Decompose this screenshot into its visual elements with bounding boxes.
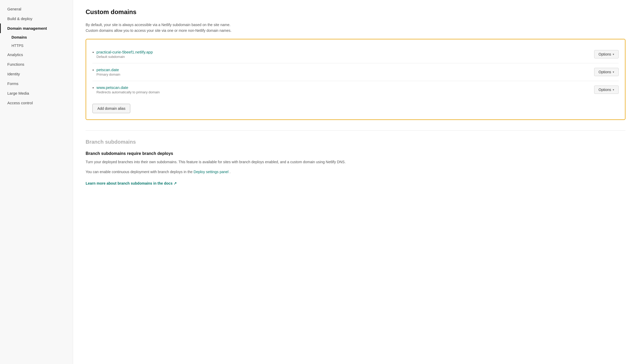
domain-bullet-3: • [92,86,94,90]
branch-section: Branch subdomains Branch subdomains requ… [86,130,625,186]
sidebar-item-access-control[interactable]: Access control [0,98,73,108]
domain-row: • www.petscan.date Redirects automatical… [92,81,619,99]
domain-label-1: Default subdomain [97,55,125,59]
branch-desc2-prefix: You can enable continuous deployment wit… [86,170,193,174]
custom-domains-box: • practical-curie-5beef1.netlify.app Def… [86,39,625,120]
domain-bullet-2: • [92,68,94,72]
domain-bullet-1: • [92,50,94,55]
description: By default, your site is always accessib… [86,22,625,34]
sidebar-item-forms[interactable]: Forms [0,79,73,88]
options-label-3: Options [599,88,611,92]
chevron-down-icon-2: ▾ [613,70,614,74]
sidebar-item-build-deploy[interactable]: Build & deploy [0,14,73,23]
branch-description-1: Turn your deployed branches into their o… [86,159,625,165]
domain-row: • practical-curie-5beef1.netlify.app Def… [92,46,619,63]
sidebar-item-general[interactable]: General [0,4,73,14]
sidebar-item-domain-management[interactable]: Domain management [0,23,73,33]
deploy-settings-link[interactable]: Deploy settings panel [194,170,229,174]
domain-row: • petscan.date Primary domain Options ▾ [92,63,619,81]
add-domain-alias-button[interactable]: Add domain alias [92,104,130,113]
domain-label-3: Redirects automatically to primary domai… [97,90,160,94]
options-button-3[interactable]: Options ▾ [594,86,619,94]
options-label-2: Options [599,70,611,74]
options-button-2[interactable]: Options ▾ [594,68,619,76]
sidebar: General Build & deploy Domain management… [0,0,73,364]
branch-subdomains-title: Branch subdomains [86,139,625,145]
domain-info-1: • practical-curie-5beef1.netlify.app Def… [92,50,153,59]
options-label-1: Options [599,52,611,56]
sidebar-item-https[interactable]: HTTPS [0,41,73,50]
description-line1: By default, your site is always accessib… [86,23,231,27]
sidebar-item-functions[interactable]: Functions [0,59,73,69]
chevron-down-icon-1: ▾ [613,53,614,56]
page-title: Custom domains [86,8,625,16]
sidebar-nav: General Build & deploy Domain management… [0,0,73,112]
branch-description-2: You can enable continuous deployment wit… [86,169,625,175]
main-content: Custom domains By default, your site is … [73,0,638,364]
sidebar-item-large-media[interactable]: Large Media [0,88,73,98]
sidebar-item-domains[interactable]: Domains [0,33,73,41]
chevron-down-icon-3: ▾ [613,88,614,92]
domain-info-3: • www.petscan.date Redirects automatical… [92,85,160,94]
branch-subheading: Branch subdomains require branch deploys [86,151,625,156]
domain-label-2: Primary domain [97,72,120,76]
domain-name-1[interactable]: practical-curie-5beef1.netlify.app [97,50,153,54]
learn-more-branch-link[interactable]: Learn more about branch subdomains in th… [86,181,177,185]
domain-name-3[interactable]: www.petscan.date [97,85,160,90]
branch-desc2-suffix: . [229,170,231,174]
sidebar-item-identity[interactable]: Identity [0,69,73,79]
options-button-1[interactable]: Options ▾ [594,50,619,58]
description-line2: Custom domains allow you to access your … [86,28,232,33]
sidebar-item-analytics[interactable]: Analytics [0,50,73,59]
domain-info-2: • petscan.date Primary domain [92,68,120,77]
domain-name-2[interactable]: petscan.date [97,68,120,72]
